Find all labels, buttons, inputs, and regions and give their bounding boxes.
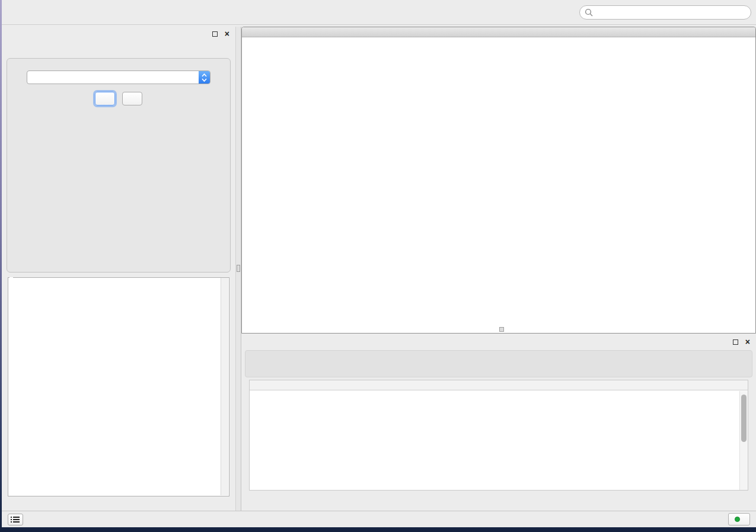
float-panel-icon[interactable] bbox=[212, 31, 218, 37]
memory-button[interactable] bbox=[728, 513, 750, 525]
zoom-window-icon[interactable] bbox=[270, 28, 277, 36]
table-toolbar bbox=[245, 350, 752, 377]
network-graph[interactable] bbox=[242, 37, 755, 333]
horizontal-splitter-grip[interactable] bbox=[499, 327, 504, 332]
control-panel: × bbox=[2, 27, 235, 511]
status-bar bbox=[2, 511, 756, 527]
mcds-tab-content bbox=[7, 58, 231, 273]
network-view-window bbox=[241, 27, 756, 334]
close-panel-icon[interactable]: × bbox=[225, 31, 229, 37]
mcds-result-group bbox=[8, 277, 229, 496]
close-table-panel-icon[interactable]: × bbox=[745, 339, 750, 345]
task-history-button[interactable] bbox=[8, 514, 23, 525]
table-scroll-thumb[interactable] bbox=[741, 395, 747, 442]
network-titlebar[interactable] bbox=[242, 27, 755, 37]
run-mcds-button[interactable] bbox=[95, 92, 115, 105]
optimization-select[interactable] bbox=[27, 70, 210, 84]
search-input[interactable] bbox=[579, 5, 751, 20]
table-header bbox=[250, 380, 748, 390]
list-icon bbox=[11, 516, 20, 523]
select-stepper-icon bbox=[199, 71, 210, 84]
table-scrollbar[interactable] bbox=[739, 391, 748, 490]
node-table bbox=[249, 380, 748, 491]
float-table-panel-icon[interactable] bbox=[733, 339, 738, 345]
splitter-grip[interactable] bbox=[237, 265, 240, 272]
close-panel-button[interactable] bbox=[122, 92, 142, 105]
cytoscape-window: × bbox=[2, 0, 756, 527]
main-toolbar bbox=[2, 0, 756, 25]
table-panel: × bbox=[241, 334, 756, 511]
close-window-icon[interactable] bbox=[247, 28, 254, 36]
mcds-result-list[interactable] bbox=[9, 278, 221, 495]
vertical-splitter[interactable] bbox=[235, 27, 241, 511]
search-field[interactable] bbox=[593, 8, 746, 17]
network-canvas[interactable] bbox=[242, 37, 755, 333]
result-list-scrollbar[interactable] bbox=[221, 278, 228, 495]
memory-status-icon bbox=[735, 517, 740, 522]
search-icon bbox=[585, 8, 593, 17]
minimize-window-icon[interactable] bbox=[259, 28, 266, 36]
